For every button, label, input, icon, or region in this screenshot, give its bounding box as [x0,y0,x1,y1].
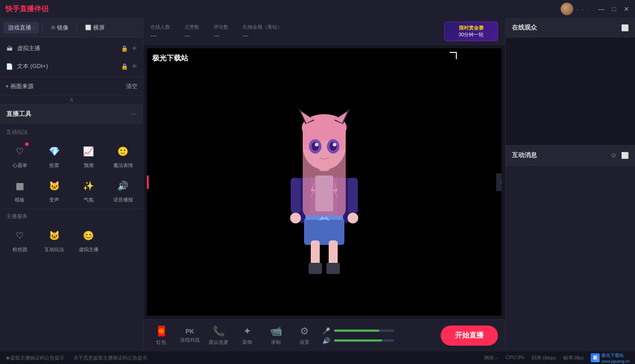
status-notices: ★盗取主播验证码公告提示 关于恶意盗取主播验证码公告提示 [5,355,477,361]
comments-label: 评论数 [214,24,228,30]
decor-icon: ✦ [243,325,251,337]
likes-value: --- [184,32,199,39]
game-stream-nav[interactable]: 游戏直播 › [4,22,39,34]
notice1[interactable]: ★盗取主播验证码公告提示 [5,355,64,361]
svg-rect-33 [305,215,343,220]
svg-rect-9 [291,178,300,214]
chevron-icon: › [33,25,34,30]
bottom-tool-audience[interactable]: 📞 观众连麦 [208,325,229,346]
collapse-bar[interactable]: ∧ [0,95,143,104]
collapse-right-button[interactable]: › [496,173,502,191]
lock-icon[interactable]: 🔒 [121,45,128,52]
start-live-button[interactable]: 开始直播 [441,325,498,346]
fans-icon: ♡ [12,227,28,244]
bottom-tool-decor[interactable]: ✦ 装饰 [236,325,258,346]
virtual-icon: 🏔 [5,44,13,52]
audience-area [506,38,635,145]
tool-virtual-host[interactable]: 😊 虚拟主播 [73,224,105,257]
minimize-button[interactable]: — [598,5,605,13]
mic-volume-bar[interactable] [334,330,394,332]
notice2[interactable]: 关于恶意盗取主播验证码公告提示 [73,355,147,361]
preview-watermark: 极光下载站 [152,54,188,63]
record-label: 录制 [271,339,281,346]
interactive-title: 互动消息 [512,151,611,159]
watermark-logo: 极 极光下载站 www.jiguang.cn [591,352,630,364]
bottom-tool-pk[interactable]: PK 连线对战 [179,328,201,343]
source-item-text[interactable]: 📄 文本 (GDI+) 🔒 👁 [0,57,143,75]
text-label: 文本 (GDI+) [17,62,117,70]
virtual-host-label: 虚拟主播 [79,246,99,253]
tool-wishlist[interactable]: ♡ 心愿单 [4,140,36,172]
interactive-icon: 🐱 [46,227,62,244]
sources-list: 🏔 虚拟主播 🔒 👁 📄 文本 (GDI+) 🔒 👁 [0,38,143,77]
bottom-tool-hongbao[interactable]: 🧧 红包 [150,325,172,346]
eye-icon2[interactable]: 👁 [132,63,137,70]
interactive-label: 互动玩法 [44,246,64,253]
stat-comments: 评论数 --- [214,24,228,39]
fps-stat: 帧率:0fps [563,355,584,361]
left-panel: 游戏直播 › ⊞ 镜像 ⬜ 横屏 🏔 虚拟主播 🔒 👁 [0,18,143,351]
speaker-volume-bar[interactable] [334,339,394,342]
tool-fans[interactable]: ♡ 粉丝团 [4,224,36,257]
stat-online: 在线人数 --- [150,24,170,39]
online-label: 在线人数 [150,24,170,30]
cpu-stat: CPU:3% [506,355,524,361]
interactive-actions: ⚙ ⬜ [611,152,629,159]
comments-value: --- [214,32,228,39]
eye-icon[interactable]: 👁 [132,45,137,52]
tool-voice-change[interactable]: 🐱 变声 [38,174,71,207]
template-icon: ▦ [12,178,28,194]
audience-actions: ⬜ [621,24,629,31]
tool-predict[interactable]: 📈 预测 [73,140,105,172]
wishlist-badge [25,142,29,146]
settings-label: 设置 [300,339,309,346]
svg-rect-8 [326,263,340,274]
magic-emoji-icon: 🙂 [115,143,131,159]
tools-grid-interactive: ♡ 心愿单 💎 投票 📈 预测 🙂 魔法表情 [0,138,143,209]
likes-label: 点赞数 [184,24,199,30]
voice-change-label: 变声 [49,197,59,203]
source-item-virtual[interactable]: 🏔 虚拟主播 🔒 👁 [0,39,143,57]
preview-red-left [147,176,149,189]
promo-banner[interactable]: 限时赏金赛 30分钟一轮 [444,21,498,41]
landscape-nav[interactable]: ⬜ 横屏 [81,22,109,34]
mirror-nav[interactable]: ⊞ 镜像 [47,22,73,34]
clear-button[interactable]: 清空 [126,82,137,90]
tools-grid-host: ♡ 粉丝团 🐱 互动玩法 😊 虚拟主播 [0,222,143,258]
live-tools-header: 直播工具 ··· [0,104,143,124]
tool-vote[interactable]: 💎 投票 [38,140,71,172]
more-icon[interactable]: ··· [131,110,137,118]
svg-rect-20 [313,124,335,137]
audience-icon: 📞 [213,325,225,337]
svg-point-30 [333,143,336,146]
bitrate-stat: 码率:0kbps [532,355,556,361]
maximize-button[interactable]: □ [611,5,617,13]
bottom-tool-settings[interactable]: ⚙ 设置 [294,325,315,346]
network-stat: 网络:-- [484,355,498,361]
decor-label: 装饰 [242,339,252,346]
lock-icon2[interactable]: 🔒 [121,63,128,70]
hongbao-icon: 🧧 [155,325,167,337]
status-stats: 网络:-- CPU:3% 码率:0kbps 帧率:0fps [484,355,584,361]
bottom-controls: 🧧 红包 PK 连线对战 📞 观众连麦 ✦ 装饰 📹 录制 ⚙ 设置 [143,319,505,351]
tool-interactive[interactable]: 🐱 互动玩法 [38,224,71,257]
add-source-button[interactable]: + 画面来源 [5,82,34,90]
svg-point-29 [315,143,318,146]
tool-voice-announce[interactable]: 🔊 语音播报 [107,174,139,207]
avatar[interactable] [561,3,573,15]
interactive-settings-icon[interactable]: ⚙ [611,152,617,159]
vote-icon: 💎 [46,143,62,159]
tool-atmosphere[interactable]: ✨ 气氛 [73,174,105,207]
expand-icon[interactable]: ⬜ [621,24,629,31]
bottom-tool-record[interactable]: 📹 录制 [265,325,287,346]
collapse-up-icon: ∧ [69,96,74,103]
landscape-label: 横屏 [93,24,105,32]
online-value: --- [150,32,170,39]
interactive-expand-icon[interactable]: ⬜ [621,152,629,159]
main-content: 游戏直播 › ⊞ 镜像 ⬜ 横屏 🏔 虚拟主播 🔒 👁 [0,18,635,351]
speaker-row: 🔊 [322,337,394,344]
close-button[interactable]: ✕ [623,5,630,13]
mic-volume-fill [334,330,379,332]
tool-magic-emoji[interactable]: 🙂 魔法表情 [107,140,139,172]
tool-template[interactable]: ▦ 模板 [4,174,36,207]
